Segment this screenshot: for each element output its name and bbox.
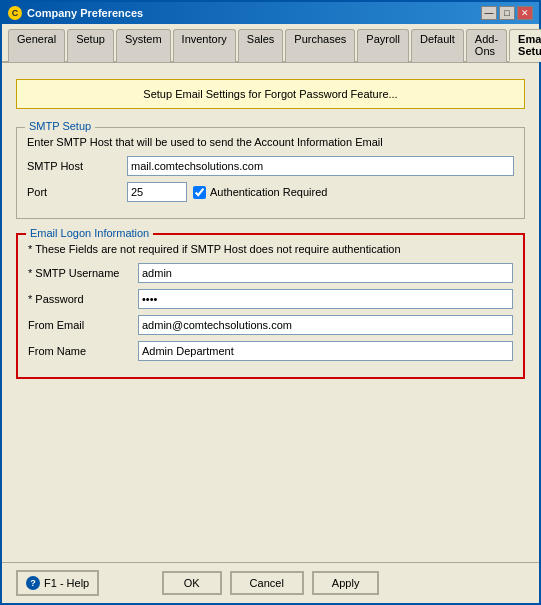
help-button[interactable]: ? F1 - Help <box>16 570 99 596</box>
tab-purchases[interactable]: Purchases <box>285 29 355 62</box>
smtp-host-label: SMTP Host <box>27 160 127 172</box>
ok-button[interactable]: OK <box>162 571 222 595</box>
from-email-row: From Email <box>28 315 513 335</box>
logon-note: * These Fields are not required if SMTP … <box>28 243 513 255</box>
port-row: Authentication Required <box>127 182 327 202</box>
smtp-group-label: SMTP Setup <box>25 120 95 132</box>
from-name-row: From Name <box>28 341 513 361</box>
apply-button[interactable]: Apply <box>312 571 380 595</box>
password-input[interactable] <box>138 289 513 309</box>
minimize-button[interactable]: — <box>481 6 497 20</box>
smtp-description: Enter SMTP Host that will be used to sen… <box>27 136 514 148</box>
tab-email-setup[interactable]: Email Setup <box>509 29 541 62</box>
cancel-button[interactable]: Cancel <box>230 571 304 595</box>
smtp-group: SMTP Setup Enter SMTP Host that will be … <box>16 127 525 219</box>
smtp-port-row: Port Authentication Required <box>27 182 514 202</box>
from-email-label: From Email <box>28 319 138 331</box>
title-bar: C Company Preferences — □ ✕ <box>2 2 539 24</box>
username-label: * SMTP Username <box>28 267 138 279</box>
password-label: * Password <box>28 293 138 305</box>
smtp-host-row: SMTP Host <box>27 156 514 176</box>
smtp-port-label: Port <box>27 186 127 198</box>
tab-addons[interactable]: Add-Ons <box>466 29 507 62</box>
email-logon-label: Email Logon Information <box>26 227 153 239</box>
main-window: C Company Preferences — □ ✕ General Setu… <box>0 0 541 605</box>
main-content: Setup Email Settings for Forgot Password… <box>2 63 539 562</box>
smtp-host-input[interactable] <box>127 156 514 176</box>
auth-required-label: Authentication Required <box>210 186 327 198</box>
window-icon: C <box>8 6 22 20</box>
email-logon-group: Email Logon Information * These Fields a… <box>16 233 525 379</box>
bottom-bar: ? F1 - Help OK Cancel Apply <box>2 562 539 603</box>
tab-system[interactable]: System <box>116 29 171 62</box>
tab-payroll[interactable]: Payroll <box>357 29 409 62</box>
tab-general[interactable]: General <box>8 29 65 62</box>
username-input[interactable] <box>138 263 513 283</box>
from-name-input[interactable] <box>138 341 513 361</box>
window-controls: — □ ✕ <box>481 6 533 20</box>
tabs-bar: General Setup System Inventory Sales Pur… <box>2 24 539 63</box>
close-button[interactable]: ✕ <box>517 6 533 20</box>
info-banner: Setup Email Settings for Forgot Password… <box>16 79 525 109</box>
title-bar-left: C Company Preferences <box>8 6 143 20</box>
from-email-input[interactable] <box>138 315 513 335</box>
help-label: F1 - Help <box>44 577 89 589</box>
tab-sales[interactable]: Sales <box>238 29 284 62</box>
banner-text: Setup Email Settings for Forgot Password… <box>143 88 397 100</box>
auth-required-checkbox[interactable] <box>193 186 206 199</box>
auth-required-row: Authentication Required <box>193 186 327 199</box>
username-row: * SMTP Username <box>28 263 513 283</box>
window-title: Company Preferences <box>27 7 143 19</box>
smtp-port-input[interactable] <box>127 182 187 202</box>
tab-setup[interactable]: Setup <box>67 29 114 62</box>
help-icon: ? <box>26 576 40 590</box>
password-row: * Password <box>28 289 513 309</box>
from-name-label: From Name <box>28 345 138 357</box>
maximize-button[interactable]: □ <box>499 6 515 20</box>
tab-inventory[interactable]: Inventory <box>173 29 236 62</box>
tab-default[interactable]: Default <box>411 29 464 62</box>
